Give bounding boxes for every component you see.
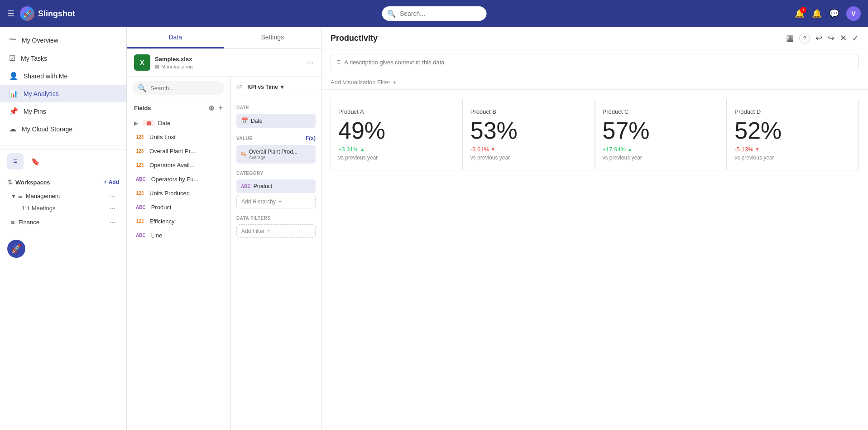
check-icon[interactable]: ✓ — [852, 33, 859, 43]
field-item-product[interactable]: ABC Product — [127, 200, 230, 214]
field-item-operators-by-fu[interactable]: ABC Operators by Fu... — [127, 172, 230, 186]
cloud-icon: ☁ — [9, 125, 16, 133]
add-filter-plus-icon: + — [393, 79, 397, 86]
field-item-overall-plant[interactable]: 123 Overall Plant Pr... — [127, 144, 230, 158]
viz-title-input[interactable] — [331, 34, 781, 43]
fields-label: Fields — [134, 105, 151, 111]
sidebar-item-label-overview: My Overview — [22, 37, 58, 44]
sidebar-nav: 〜 My Overview ☑ My Tasks 👤 Shared with M… — [0, 27, 126, 141]
tab-data[interactable]: Data — [127, 27, 224, 48]
kpi-card-value-d: 52% — [734, 119, 782, 142]
grid-view-icon[interactable]: ▦ — [786, 33, 794, 43]
add-filter-button[interactable]: Add Filter + — [236, 224, 316, 238]
viz-description-input[interactable] — [344, 59, 853, 66]
close-icon[interactable]: ✕ — [840, 33, 847, 43]
user-avatar-sidebar[interactable]: 🚀 — [7, 240, 25, 258]
bell-icon[interactable]: 🔔 — [812, 9, 822, 19]
chat-icon[interactable]: 💬 — [829, 9, 839, 19]
workspace-finance-more-icon[interactable]: ⋯ — [110, 219, 115, 226]
fields-search-input[interactable] — [150, 85, 226, 92]
app-logo[interactable]: 🚀 Slingshot — [20, 6, 75, 21]
date-chip-label: Date — [251, 118, 262, 124]
kpi-label: KPI — [236, 85, 244, 90]
workspace-finance: ≡ Finance ⋯ — [7, 216, 119, 229]
field-name-overall-plant: Overall Plant Pr... — [149, 148, 195, 155]
triangle-up-a: ▲ — [360, 147, 364, 152]
add-workspace-button[interactable]: + Add — [104, 179, 119, 185]
kpi-card-vs-b: vs previous year — [470, 155, 510, 161]
sidebar-item-shared-with-me[interactable]: 👤 Shared with Me — [0, 67, 126, 85]
topbar: ☰ 🚀 Slingshot 🔍 🔔 1 🔔 💬 V — [0, 0, 868, 27]
workspace-child-1-1-meetings[interactable]: 1:1 Meetings ⋯ — [7, 203, 119, 214]
workspace-child-label: 1:1 Meetings — [22, 205, 55, 212]
workspace-more-icon[interactable]: ⋯ — [110, 193, 115, 199]
workspace-child-more-icon[interactable]: ⋯ — [110, 205, 115, 212]
sidebar-item-label-analytics: My Analytics — [24, 90, 59, 97]
tab-settings[interactable]: Settings — [224, 27, 321, 48]
file-type: ▦ Manufacturing — [155, 63, 302, 69]
field-type-operators-avail: 123 — [134, 162, 146, 168]
field-item-date[interactable]: ▶ ▦ Date — [127, 116, 230, 130]
kpi-selector[interactable]: KPI KPI vs Time ▾ — [236, 82, 316, 95]
kpi-card-change-b: -3.61% ▼ — [470, 146, 495, 153]
redo-icon[interactable]: ↪ — [828, 33, 834, 43]
bookmark-view-tab[interactable]: 🔖 — [27, 153, 43, 169]
help-icon[interactable]: ? — [799, 33, 810, 43]
category-chip[interactable]: ABC Product — [236, 179, 316, 193]
field-item-efficiency[interactable]: 123 Efficiency — [127, 214, 230, 228]
notifications-icon[interactable]: 🔔 1 — [795, 9, 805, 19]
field-item-line[interactable]: ABC Line — [127, 228, 230, 242]
kpi-card-label-a: Product A — [338, 108, 364, 115]
fields-search-icon: 🔍 — [138, 84, 147, 92]
search-bar-container: 🔍 — [382, 6, 486, 21]
field-type-operators-by-fu: ABC — [134, 176, 148, 182]
kpi-card-value-b: 53% — [470, 119, 518, 142]
field-item-operators-avail[interactable]: 123 Operators Avail... — [127, 158, 230, 172]
layers-view-tab[interactable]: ≡ — [7, 153, 24, 169]
field-add-icon[interactable]: + — [219, 104, 223, 112]
add-filter-icon: + — [267, 228, 270, 234]
kpi-selector-label: KPI vs Time — [247, 84, 278, 90]
sidebar-item-my-overview[interactable]: 〜 My Overview — [0, 31, 126, 49]
date-chip[interactable]: 📅 Date — [236, 114, 316, 128]
menu-icon[interactable]: ☰ — [7, 9, 14, 19]
field-item-units-produced[interactable]: 123 Units Produced — [127, 186, 230, 200]
viz-description-container: ≡ — [321, 49, 868, 75]
workspace-item-finance[interactable]: ≡ Finance ⋯ — [7, 216, 119, 229]
add-filter-label: Add Filter — [241, 228, 264, 234]
add-visualization-filter-button[interactable]: Add Visualization Filter + — [331, 79, 397, 86]
field-merge-icon[interactable]: ⊕ — [208, 104, 214, 112]
add-hierarchy-button[interactable]: Add Hierarchy + — [236, 195, 316, 208]
layers-icon-finance: ≡ — [11, 218, 15, 226]
kpi-card-product-d: Product D 52% -5.13% ▼ vs previous year — [727, 99, 859, 170]
analytics-icon: 📊 — [9, 89, 18, 98]
kpi-change-value-a: +3.31% — [338, 146, 358, 153]
data-panel: Data Settings X Samples.xlsx ▦ Manufactu… — [127, 27, 321, 430]
config-category-section: CATEGORY ABC Product Add Hierarchy + — [236, 171, 316, 208]
sidebar-item-my-tasks[interactable]: ☑ My Tasks — [0, 49, 126, 67]
view-tabs: ≡ 🔖 — [0, 149, 126, 173]
app-name: Slingshot — [38, 9, 75, 19]
date-section-label: DATE — [236, 105, 316, 110]
file-more-icon[interactable]: ⋯ — [307, 58, 314, 67]
value-chip-label: Overall Plant Prod... — [249, 149, 297, 155]
sidebar-item-my-cloud-storage[interactable]: ☁ My Cloud Storage — [0, 120, 126, 138]
sort-icon[interactable]: ⇅ — [7, 179, 13, 186]
field-name-operators-by-fu: Operators by Fu... — [151, 176, 199, 183]
kpi-card-product-a: Product A 49% +3.31% ▲ vs previous year — [331, 99, 463, 170]
undo-icon[interactable]: ↩ — [815, 33, 822, 43]
field-item-units-lost[interactable]: 123 Units Lost — [127, 130, 230, 144]
value-chip[interactable]: % Overall Plant Prod... Average — [236, 145, 316, 164]
field-type-date: ▦ — [143, 120, 154, 126]
user-avatar[interactable]: V — [846, 6, 861, 21]
data-filters-label: DATA FILTERS — [236, 216, 316, 221]
sidebar-item-my-pins[interactable]: 📌 My Pins — [0, 102, 126, 120]
fields-side: 🔍 Fields ⊕ + — [127, 77, 230, 430]
fx-button[interactable]: F(x) — [306, 135, 316, 141]
kpi-grid: Product A 49% +3.31% ▲ vs previous year … — [321, 90, 868, 179]
sidebar: 〜 My Overview ☑ My Tasks 👤 Shared with M… — [0, 27, 127, 430]
workspace-item-management[interactable]: ▼ ≡ Management ⋯ — [7, 189, 119, 203]
search-input[interactable] — [382, 6, 486, 21]
kpi-card-change-c: +17.94% ▲ — [603, 146, 633, 153]
sidebar-item-my-analytics[interactable]: 📊 My Analytics — [0, 85, 126, 102]
